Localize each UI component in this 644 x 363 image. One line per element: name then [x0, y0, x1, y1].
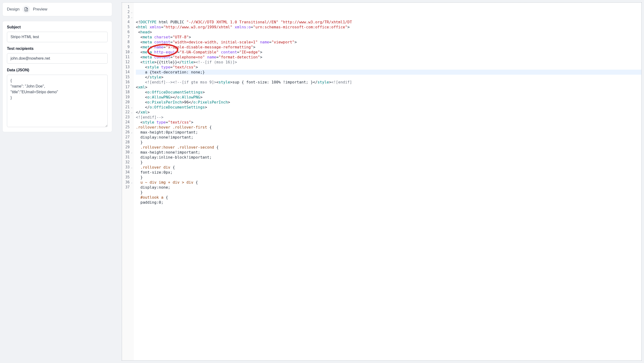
code-line[interactable]: <o:PixelsPerInch>96</o:PixelsPerInch> — [136, 100, 641, 105]
code-line[interactable]: } — [136, 175, 641, 180]
tab-design[interactable]: Design — [7, 7, 20, 12]
code-line[interactable]: } — [136, 160, 641, 165]
code-line[interactable]: <meta name="x-apple-disable-message-refo… — [136, 45, 641, 50]
fold-toggle[interactable]: ⌄ — [130, 9, 132, 14]
code-line[interactable]: display:none!important; — [136, 135, 641, 140]
code-line[interactable]: <![endif]--> — [136, 115, 641, 120]
code-line[interactable]: padding:0; — [136, 200, 641, 205]
document-icon — [24, 7, 28, 11]
fold-toggle[interactable]: ⌄ — [130, 150, 132, 155]
tabs-card: Design Preview — [2, 2, 112, 16]
code-line[interactable]: #outlook a { — [136, 195, 641, 200]
code-line[interactable]: max-height:none!important; — [136, 150, 641, 155]
subject-input[interactable] — [7, 32, 108, 42]
subject-label: Subject — [7, 25, 108, 29]
fold-toggle[interactable]: ⌄ — [130, 180, 132, 185]
code-line[interactable]: .rollover:hover .rollover-first { — [136, 125, 641, 130]
code-line[interactable]: <meta content="telephone=no" name="forma… — [136, 55, 641, 60]
code-line[interactable]: <o:AllowPNG></o:AllowPNG> — [136, 95, 641, 100]
code-line[interactable]: <title>{{title}}</title><!--[if (mso 16)… — [136, 60, 641, 65]
fold-toggle[interactable]: ⌄ — [130, 14, 132, 19]
recipients-label: Test recipients — [7, 46, 108, 51]
code-line[interactable]: <meta charset="UTF-8"> — [136, 34, 641, 39]
editor-gutter: 12⌄3⌄45678910⌄1112131415161718192021⌄22⌄… — [122, 3, 134, 360]
code-line[interactable]: .rollover div { — [136, 165, 641, 170]
code-line[interactable]: <style type="text/css"> — [136, 65, 641, 70]
code-line[interactable]: <![endif]--><!--[if gte mso 9]><style>su… — [136, 80, 641, 85]
code-line[interactable]: } — [136, 190, 641, 195]
code-line[interactable]: <!DOCTYPE html PUBLIC "-//W3C//DTD XHTML… — [136, 19, 641, 24]
editor-code-area[interactable]: <!DOCTYPE html PUBLIC "-//W3C//DTD XHTML… — [134, 3, 641, 360]
code-line[interactable]: <xml> — [136, 85, 641, 90]
code-line[interactable]: <style type="text/css"> — [136, 120, 641, 125]
form-card: Subject Test recipients Data (JSON) — [2, 21, 112, 132]
recipients-input[interactable] — [7, 53, 108, 64]
code-line[interactable]: <meta content="width=device-width, initi… — [136, 39, 641, 45]
code-line[interactable]: </style> — [136, 75, 641, 80]
code-line[interactable]: </xml> — [136, 110, 641, 115]
fold-toggle[interactable]: ⌄ — [130, 50, 132, 55]
code-line[interactable]: </o:OfficeDocumentSettings> — [136, 105, 641, 110]
fold-toggle[interactable]: ⌄ — [130, 130, 132, 135]
right-panel: 12⌄3⌄45678910⌄1112131415161718192021⌄22⌄… — [114, 0, 644, 363]
fold-toggle[interactable]: ⌄ — [130, 165, 132, 170]
data-json-textarea[interactable] — [7, 75, 108, 127]
tab-preview[interactable]: Preview — [33, 7, 47, 12]
code-line[interactable]: font-size:0px; — [136, 170, 641, 175]
code-line[interactable]: <o:OfficeDocumentSettings> — [136, 90, 641, 95]
code-line[interactable]: a {text-decoration: none;} — [136, 70, 641, 75]
data-json-label: Data (JSON) — [7, 68, 108, 72]
fold-toggle[interactable]: ⌄ — [130, 105, 132, 110]
code-line[interactable]: display:inline-block!important; — [136, 155, 641, 160]
code-editor[interactable]: 12⌄3⌄45678910⌄1112131415161718192021⌄22⌄… — [122, 2, 642, 361]
code-line[interactable]: <html xmlns="http://www.w3.org/1999/xhtm… — [136, 24, 641, 29]
code-line[interactable]: .rollover:hover .rollover-second { — [136, 145, 641, 150]
left-panel: Design Preview Subject Test recipients D… — [0, 0, 114, 363]
code-line[interactable]: <meta http-equiv="X-UA-Compatible" conte… — [136, 50, 641, 55]
code-line[interactable]: <head> — [136, 29, 641, 34]
code-icon-button[interactable] — [22, 5, 30, 13]
code-line[interactable]: } — [136, 140, 641, 145]
code-line[interactable]: max-height:0px!important; — [136, 130, 641, 135]
code-line[interactable]: u ~ div img + div > div { — [136, 180, 641, 185]
fold-toggle[interactable]: ⌄ — [130, 110, 132, 115]
code-line[interactable]: display:none; — [136, 185, 641, 190]
